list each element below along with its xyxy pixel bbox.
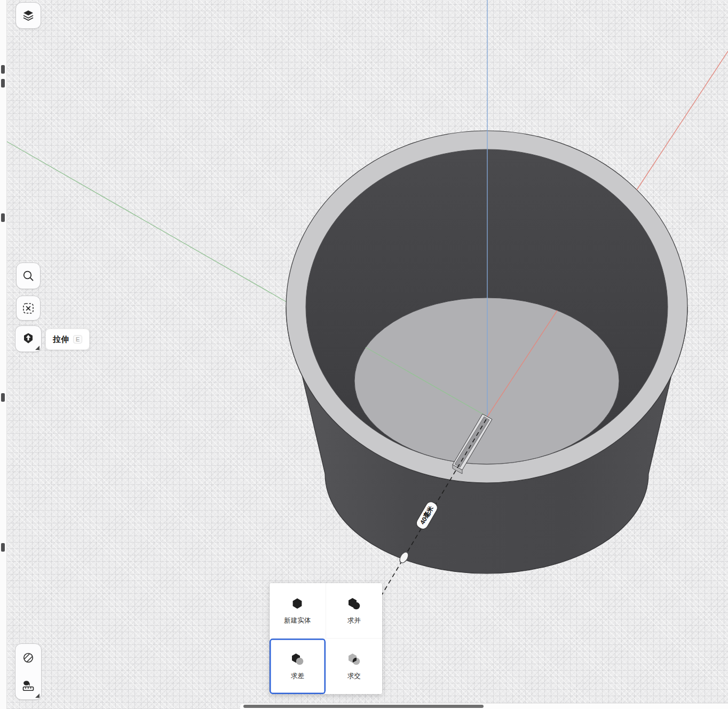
strip-tick bbox=[1, 393, 5, 402]
flyout-corner-icon bbox=[35, 346, 39, 350]
option-label: 新建实体 bbox=[284, 616, 311, 625]
zoom-button[interactable] bbox=[16, 262, 41, 289]
section-button[interactable] bbox=[15, 644, 41, 672]
y-axis bbox=[0, 138, 293, 306]
measure-tape-icon bbox=[21, 679, 35, 692]
new-body-icon bbox=[289, 596, 305, 611]
option-intersect[interactable]: 求交 bbox=[326, 639, 383, 694]
strip-tick bbox=[1, 79, 5, 87]
viewport[interactable]: 40毫米 bbox=[0, 0, 728, 709]
shortcut-key: E bbox=[73, 335, 82, 344]
option-label: 求交 bbox=[347, 672, 361, 681]
boolean-operation-menu: 新建实体 求并 求差 求交 bbox=[270, 583, 382, 694]
extrude-tool-label: 拉伸 E bbox=[45, 329, 90, 350]
extrude-button[interactable] bbox=[15, 325, 42, 352]
scrollbar-thumb[interactable] bbox=[243, 705, 484, 708]
union-icon bbox=[346, 596, 362, 611]
measure-button[interactable] bbox=[15, 672, 41, 699]
subtract-icon bbox=[289, 652, 305, 667]
section-hatch-icon bbox=[21, 651, 35, 665]
option-subtract[interactable]: 求差 bbox=[270, 639, 326, 694]
option-new-body[interactable]: 新建实体 bbox=[270, 583, 326, 639]
extrude-icon bbox=[21, 332, 35, 346]
cylinder-floor[interactable] bbox=[354, 298, 619, 464]
layers-button[interactable] bbox=[15, 2, 41, 29]
flyout-corner-icon bbox=[35, 694, 39, 698]
bottom-tool-group bbox=[15, 643, 42, 700]
strip-tick bbox=[1, 65, 5, 74]
magnifier-icon bbox=[21, 269, 35, 283]
x-axis bbox=[637, 51, 728, 190]
layers-icon bbox=[21, 9, 35, 22]
option-label: 求并 bbox=[347, 616, 361, 625]
cylinder-body[interactable] bbox=[286, 131, 687, 573]
deselect-icon bbox=[21, 301, 35, 315]
option-label: 求差 bbox=[291, 672, 304, 681]
strip-tick bbox=[1, 213, 5, 222]
strip-tick bbox=[1, 543, 5, 552]
intersect-icon bbox=[346, 652, 362, 667]
horizontal-scrollbar[interactable] bbox=[240, 703, 728, 709]
deselect-button[interactable] bbox=[16, 296, 41, 321]
collapsed-panel-strip[interactable] bbox=[0, 0, 7, 709]
tool-name: 拉伸 bbox=[53, 334, 69, 345]
option-union[interactable]: 求并 bbox=[326, 583, 383, 639]
